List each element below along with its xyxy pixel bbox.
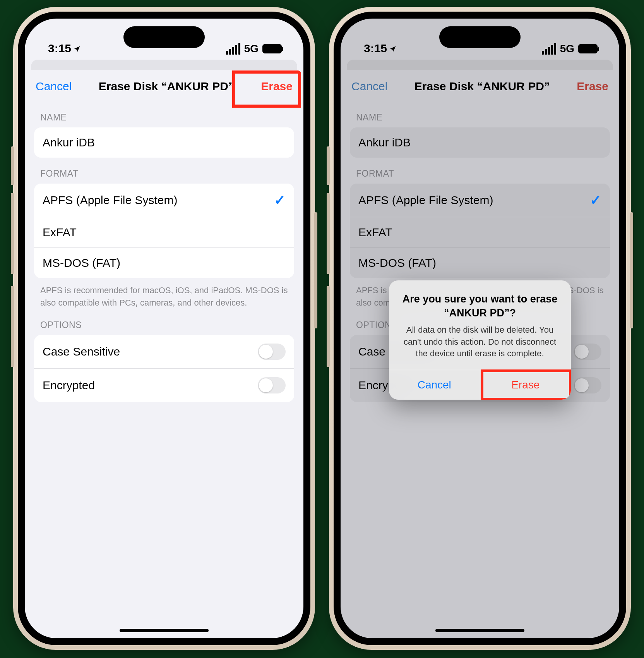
phone-left: 3:15 5G Cancel Erase Disk “ANKUR PD” [13,7,315,650]
format-label: APFS (Apple File System) [43,194,177,207]
battery-icon [262,44,282,53]
format-option-msdos[interactable]: MS-DOS (FAT) [34,247,294,278]
format-option-apfs[interactable]: APFS (Apple File System) ✓ [34,184,294,217]
sheet-nav: Cancel Erase Disk “ANKUR PD” Erase [25,70,303,101]
network-label: 5G [244,43,259,55]
alert-erase-button[interactable]: Erase [480,370,571,400]
alert-backdrop: Are you sure you want to erase “ANKUR PD… [341,19,619,638]
alert-cancel-button[interactable]: Cancel [389,370,480,400]
phone-right: 3:15 5G Cancel Erase Disk “ANKUR PD” [329,7,631,650]
section-label-name: NAME [25,101,303,127]
confirm-erase-alert: Are you sure you want to erase “ANKUR PD… [389,280,571,400]
erase-disk-sheet: Cancel Erase Disk “ANKUR PD” Erase NAME … [25,70,303,402]
location-icon [74,42,80,55]
option-label: Encrypted [43,379,95,392]
dynamic-island [439,26,521,48]
section-label-options: OPTIONS [25,309,303,335]
signal-icon [226,43,240,55]
option-encrypted[interactable]: Encrypted [34,368,294,402]
option-case-sensitive[interactable]: Case Sensitive [34,335,294,368]
checkmark-icon: ✓ [274,192,286,208]
dynamic-island [123,26,205,48]
cancel-button[interactable]: Cancel [36,80,72,93]
toggle-encrypted[interactable] [258,377,286,393]
alert-message: All data on the disk will be deleted. Yo… [399,324,561,360]
status-time: 3:15 [48,42,71,55]
sheet-back-card [31,60,297,70]
format-option-exfat[interactable]: ExFAT [34,217,294,247]
format-label: MS-DOS (FAT) [43,256,120,270]
section-label-format: FORMAT [25,158,303,184]
erase-button[interactable]: Erase [261,80,293,93]
home-indicator[interactable] [120,629,209,632]
name-field[interactable]: Ankur iDB [34,127,294,158]
option-label: Case Sensitive [43,345,120,358]
sheet-title: Erase Disk “ANKUR PD” [99,80,234,93]
name-value: Ankur iDB [43,136,95,149]
alert-title: Are you sure you want to erase “ANKUR PD… [399,292,561,320]
format-label: ExFAT [43,226,77,239]
toggle-case-sensitive[interactable] [258,344,286,360]
format-footer: APFS is recommended for macOS, iOS, and … [25,278,303,309]
